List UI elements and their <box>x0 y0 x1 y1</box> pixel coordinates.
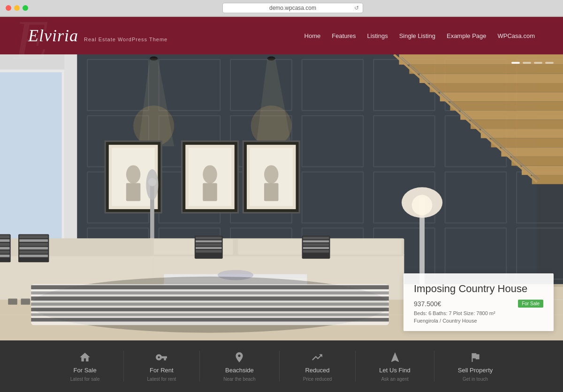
site-header: E Elviria Real Estate WordPress Theme Ho… <box>0 17 563 54</box>
sell-property-label: Sell Property <box>458 367 493 374</box>
nav-example-page[interactable]: Example Page <box>447 32 487 39</box>
svg-rect-65 <box>409 65 563 74</box>
svg-rect-69 <box>450 101 563 111</box>
svg-rect-122 <box>19 250 48 254</box>
for-sale-sublabel: Latest for sale <box>70 377 100 382</box>
svg-rect-130 <box>31 291 389 294</box>
svg-rect-72 <box>481 129 563 138</box>
slide-dot-1[interactable] <box>511 62 520 64</box>
svg-rect-105 <box>303 243 329 246</box>
svg-rect-136 <box>8 299 17 305</box>
slide-dot-3[interactable] <box>534 62 542 64</box>
svg-rect-95 <box>325 239 402 255</box>
svg-rect-107 <box>303 250 329 252</box>
svg-rect-74 <box>501 147 563 157</box>
property-details: Beds: 6 Baths: 7 Plot Size: 7800 m² <box>414 310 543 316</box>
svg-rect-134 <box>31 313 389 316</box>
svg-rect-71 <box>471 120 563 129</box>
address-bar[interactable]: demo.wpcasa.com ↺ <box>38 3 548 13</box>
svg-point-48 <box>251 106 292 146</box>
browser-dots <box>6 5 28 11</box>
svg-rect-58 <box>203 183 217 201</box>
svg-rect-116 <box>0 255 10 257</box>
svg-rect-131 <box>31 296 389 301</box>
bottom-bar: For Sale Latest for sale For Rent Latest… <box>0 340 563 392</box>
for-sale-label: For Sale <box>74 367 97 374</box>
svg-rect-111 <box>0 235 10 239</box>
nav-home[interactable]: Home <box>304 32 321 39</box>
nav-wpcasa[interactable]: WPCasa.com <box>498 32 535 39</box>
svg-rect-132 <box>31 302 389 306</box>
for-rent-label: For Rent <box>150 367 174 374</box>
slide-dot-4[interactable] <box>545 62 554 64</box>
svg-rect-115 <box>0 250 10 254</box>
slide-dot-2[interactable] <box>523 62 531 64</box>
url-display: demo.wpcasa.com ↺ <box>222 3 363 13</box>
property-title: Imposing Country House <box>414 283 543 295</box>
svg-rect-133 <box>31 308 389 311</box>
location-icon <box>233 351 246 364</box>
svg-rect-66 <box>419 74 563 83</box>
minimize-button[interactable] <box>14 5 20 11</box>
website-content: E Elviria Real Estate WordPress Theme Ho… <box>0 17 563 392</box>
bottom-nav-for-rent[interactable]: For Rent Latest for rent <box>124 351 200 382</box>
hero-background: Imposing Country House 937.500€ For Sale… <box>0 54 563 340</box>
svg-rect-113 <box>0 243 10 246</box>
svg-rect-99 <box>196 243 222 246</box>
svg-rect-68 <box>440 92 563 102</box>
svg-rect-70 <box>460 111 563 120</box>
bottom-nav-sell-property[interactable]: Sell Property Get in touch <box>434 351 516 382</box>
bottom-nav: For Sale Latest for sale For Rent Latest… <box>0 351 563 382</box>
svg-rect-135 <box>31 318 389 322</box>
site-tagline: Real Estate WordPress Theme <box>84 37 167 42</box>
svg-rect-112 <box>0 239 10 241</box>
browser-titlebar: demo.wpcasa.com ↺ <box>0 0 563 16</box>
sell-property-sublabel: Get in touch <box>463 377 488 382</box>
svg-rect-67 <box>430 83 563 92</box>
bottom-nav-for-sale[interactable]: For Sale Latest for sale <box>47 351 124 382</box>
refresh-icon[interactable]: ↺ <box>354 5 359 11</box>
nav-listings[interactable]: Listings <box>367 32 388 39</box>
svg-point-52 <box>126 165 141 183</box>
logo-area: Elviria Real Estate WordPress Theme <box>28 26 167 45</box>
svg-rect-123 <box>19 255 48 257</box>
main-nav: Home Features Listings Single Listing Ex… <box>304 32 535 39</box>
svg-rect-97 <box>196 237 222 239</box>
url-text: demo.wpcasa.com <box>269 5 316 11</box>
svg-rect-101 <box>196 250 222 252</box>
svg-rect-100 <box>196 247 222 249</box>
property-price-row: 937.500€ For Sale <box>414 300 543 308</box>
bottom-nav-let-us-find[interactable]: Let Us Find Ask an agent <box>356 351 434 382</box>
property-card: Imposing Country House 937.500€ For Sale… <box>403 273 554 331</box>
svg-point-57 <box>203 165 217 183</box>
property-location: Fuengirola / Country House <box>414 318 543 324</box>
property-price: 937.500€ <box>414 300 441 308</box>
reduced-label: Reduced <box>305 367 329 374</box>
svg-rect-104 <box>303 241 329 242</box>
nav-features[interactable]: Features <box>332 32 356 39</box>
svg-rect-103 <box>303 237 329 239</box>
svg-rect-63 <box>264 183 279 201</box>
site-logo[interactable]: Elviria <box>28 26 78 45</box>
beachside-sublabel: Near the beach <box>223 377 255 382</box>
svg-point-87 <box>148 178 156 186</box>
for-rent-sublabel: Latest for rent <box>147 377 176 382</box>
home-icon <box>78 351 91 364</box>
svg-rect-106 <box>303 247 329 249</box>
maximize-button[interactable] <box>23 5 28 11</box>
bottom-nav-beachside[interactable]: Beachside Near the beach <box>200 351 279 382</box>
chart-icon <box>311 351 324 364</box>
reduced-sublabel: Price reduced <box>303 377 332 382</box>
bottom-nav-reduced[interactable]: Reduced Price reduced <box>280 351 356 382</box>
svg-point-62 <box>264 165 279 183</box>
let-us-find-sublabel: Ask an agent <box>381 377 408 382</box>
for-sale-badge: For Sale <box>518 300 543 308</box>
close-button[interactable] <box>6 5 11 11</box>
compass-icon <box>388 351 402 364</box>
nav-single-listing[interactable]: Single Listing <box>399 32 435 39</box>
svg-rect-121 <box>19 247 48 249</box>
svg-rect-119 <box>19 239 48 241</box>
browser-chrome: demo.wpcasa.com ↺ <box>0 0 563 17</box>
svg-rect-118 <box>19 235 48 239</box>
svg-rect-129 <box>31 285 389 289</box>
